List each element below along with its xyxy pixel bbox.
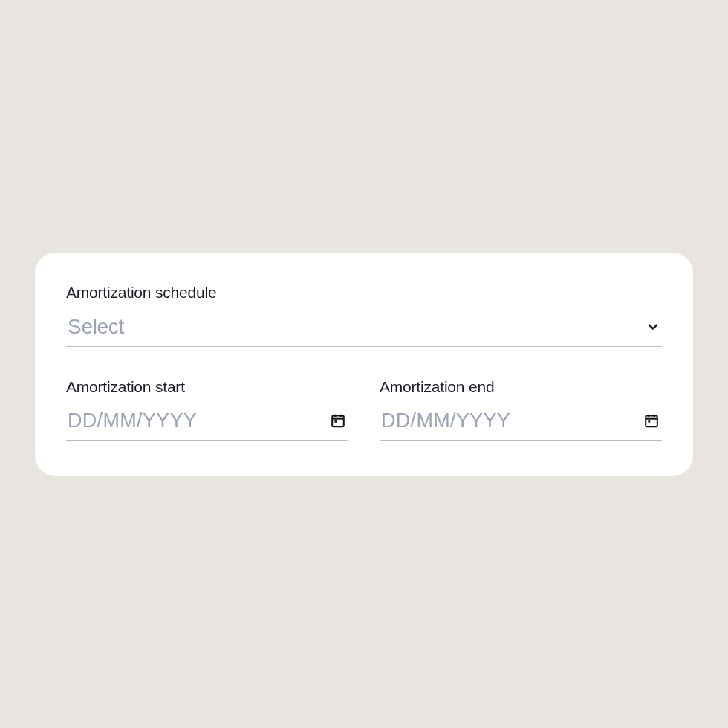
date-row-container: Amortization start DD/MM/YYYY Amortizati… [66,378,662,441]
schedule-label: Amortization schedule [66,284,662,302]
svg-rect-4 [334,420,337,423]
start-placeholder: DD/MM/YYYY [68,409,197,432]
start-date-input[interactable]: DD/MM/YYYY [66,405,348,441]
svg-rect-5 [646,416,657,427]
schedule-select[interactable]: Select [66,311,662,347]
calendar-icon [643,412,660,429]
svg-rect-9 [648,420,650,423]
amortization-card: Amortization schedule Select Amortizatio… [35,253,693,476]
chevron-down-icon [646,319,660,334]
svg-rect-0 [332,416,344,427]
end-placeholder: DD/MM/YYYY [381,409,510,432]
schedule-field: Amortization schedule Select [66,284,662,347]
start-label: Amortization start [66,378,348,396]
schedule-placeholder: Select [68,315,124,339]
start-field: Amortization start DD/MM/YYYY [66,378,348,441]
end-label: Amortization end [380,378,662,396]
end-date-input[interactable]: DD/MM/YYYY [380,405,662,441]
calendar-icon [329,412,347,429]
end-field: Amortization end DD/MM/YYYY [380,378,662,441]
